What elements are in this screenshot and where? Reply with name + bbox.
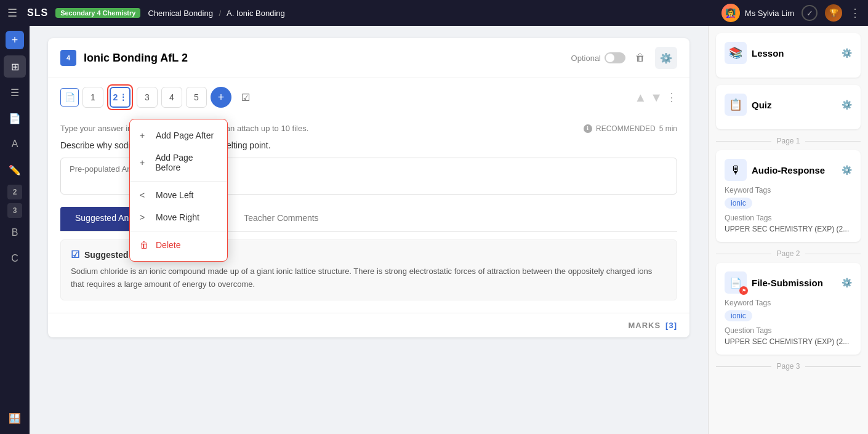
ctx-divider-2 — [130, 231, 227, 231]
optional-label: Optional — [571, 54, 601, 63]
suggested-check-icon: ☑ — [71, 249, 79, 260]
ctx-move-left-label: Move Left — [156, 190, 193, 200]
tab-add-page-button[interactable]: + — [211, 87, 231, 108]
sidebar-item-window[interactable]: 🪟 — [4, 407, 26, 429]
question-tags-label-1: Question Tags — [725, 214, 852, 222]
sidebar-item-page[interactable]: 📄 — [4, 107, 26, 129]
page3-label: Page 3 — [776, 362, 800, 371]
page2-label: Page 2 — [776, 249, 800, 258]
audio-response-title: Audio-Response — [752, 165, 837, 175]
main-content: 4 Ionic Bonding AfL 2 Optional 🗑 ⚙️ 📄 1 … — [30, 26, 708, 434]
page1-label: Page 1 — [776, 137, 800, 145]
sidebar-item-c[interactable]: C — [4, 247, 26, 270]
ctx-delete-label: Delete — [156, 240, 180, 250]
lesson-settings-icon[interactable]: ⚙️ — [842, 48, 852, 58]
ctx-move-right-label: Move Right — [156, 212, 199, 222]
sidebar-item-num2[interactable]: 2 — [7, 185, 22, 199]
right-sidebar: 📚 Lesson ⚙️ 📋 Quiz ⚙️ Page 1 🎙 Audio-Res… — [708, 26, 868, 434]
question-settings-button[interactable]: ⚙️ — [655, 47, 677, 69]
sidebar-item-num3[interactable]: 3 — [7, 203, 22, 218]
question-page-badge: 4 — [60, 50, 76, 66]
keyword-tags-label-2: Keyword Tags — [725, 299, 852, 307]
tab-page-5[interactable]: 5 — [186, 87, 207, 108]
achievement-badge: 🏆 — [825, 4, 842, 22]
breadcrumb: Chemical Bonding / A. Ionic Bonding — [148, 9, 284, 18]
time-value: 5 min — [659, 124, 677, 133]
quiz-card: 📋 Quiz ⚙️ — [716, 85, 861, 129]
top-nav: ☰ SLS Secondary 4 Chemistry Chemical Bon… — [0, 0, 868, 26]
left-sidebar: + ⊞ ☰ 📄 A ✏️ 2 3 B C 🪟 — [0, 26, 30, 434]
audio-response-card: 🎙 Audio-Response ⚙️ Keyword Tags ionic Q… — [716, 150, 861, 242]
card-more-icon[interactable]: ⋮ — [666, 90, 677, 104]
tab-doc-icon[interactable]: 📄 — [60, 88, 79, 106]
quiz-icon: 📋 — [725, 94, 747, 116]
tab-check-icon[interactable]: ☑ — [235, 87, 256, 108]
marks-label: MARKS — [628, 321, 661, 330]
optional-toggle-row: Optional — [571, 52, 625, 63]
page-tabs-row: 📄 1 2 ⋮ + Add Page After + Add Pa — [48, 78, 689, 116]
lesson-title: Lesson — [752, 48, 837, 58]
add-page-before-icon: + — [140, 158, 149, 167]
app-logo: SLS — [27, 7, 48, 18]
keyword-tag-1: ionic — [725, 198, 752, 209]
keyword-tags-label-1: Keyword Tags — [725, 186, 852, 195]
add-button[interactable]: + — [6, 31, 24, 49]
tab-page-3[interactable]: 3 — [137, 87, 158, 108]
move-left-icon: < — [140, 190, 150, 200]
ctx-add-page-after-label: Add Page After — [156, 131, 214, 140]
tab-page-2[interactable]: 2 ⋮ — [110, 87, 131, 108]
sidebar-item-bold[interactable]: B — [4, 222, 26, 244]
expand-down-icon[interactable]: ▼ — [650, 90, 662, 105]
page1-divider: Page 1 — [716, 137, 861, 145]
lesson-icon: 📚 — [725, 42, 747, 64]
page3-divider: Page 3 — [716, 362, 861, 371]
keyword-tag-2: ionic — [725, 310, 752, 321]
ctx-delete-icon: 🗑 — [140, 240, 150, 250]
context-menu: + Add Page After + Add Page Before < Mov… — [129, 119, 228, 262]
question-card: 4 Ionic Bonding AfL 2 Optional 🗑 ⚙️ 📄 1 … — [48, 38, 689, 337]
tab-page-4[interactable]: 4 — [161, 87, 182, 108]
tab-page-1[interactable]: 1 — [82, 87, 103, 108]
marks-value: [3] — [665, 321, 677, 330]
tab-page-2-wrapper: 2 ⋮ + Add Page After + Add Page Before — [107, 84, 133, 110]
question-tag-val-2: UPPER SEC CHEMISTRY (EXP) (2... — [725, 337, 852, 346]
ctx-add-page-after[interactable]: + Add Page After — [130, 124, 227, 147]
audio-response-settings-icon[interactable]: ⚙️ — [842, 165, 852, 175]
file-submission-icon: 📄 ⚑ — [725, 271, 747, 294]
rec-dot-icon: ℹ — [584, 124, 592, 133]
file-submission-card: 📄 ⚑ File-Submission ⚙️ Keyword Tags ioni… — [716, 263, 861, 355]
more-options-icon[interactable]: ⋮ — [850, 6, 861, 20]
question-tags-label-2: Question Tags — [725, 326, 852, 335]
user-info: 👩‍🏫 Ms Sylvia Lim — [721, 4, 794, 22]
ctx-add-page-before-label: Add Page Before — [155, 153, 217, 172]
page2-divider: Page 2 — [716, 249, 861, 258]
lesson-card: 📚 Lesson ⚙️ — [716, 33, 861, 78]
question-title: Ionic Bonding AfL 2 — [84, 52, 564, 65]
move-right-icon: > — [140, 212, 150, 222]
sidebar-item-list[interactable]: ☰ — [4, 81, 26, 103]
ctx-divider-1 — [130, 181, 227, 182]
hamburger-icon[interactable]: ☰ — [7, 6, 17, 20]
sidebar-item-text[interactable]: A — [4, 133, 26, 155]
file-submission-settings-icon[interactable]: ⚙️ — [842, 278, 852, 287]
ctx-add-page-before[interactable]: + Add Page Before — [130, 147, 227, 179]
marks-row: MARKS [3] — [48, 313, 689, 337]
audio-response-icon: 🎙 — [725, 159, 747, 181]
ctx-move-right[interactable]: > Move Right — [130, 206, 227, 228]
ctx-delete[interactable]: 🗑 Delete — [130, 234, 227, 256]
sidebar-item-grid[interactable]: ⊞ — [4, 55, 26, 78]
user-name: Ms Sylvia Lim — [745, 9, 794, 18]
optional-toggle[interactable] — [605, 52, 625, 63]
tab-teacher-comments[interactable]: Teacher Comments — [229, 207, 333, 231]
quiz-settings-icon[interactable]: ⚙️ — [842, 100, 852, 110]
delete-question-button[interactable]: 🗑 — [633, 50, 648, 66]
ctx-move-left[interactable]: < Move Left — [130, 184, 227, 206]
add-page-after-icon: + — [140, 131, 150, 140]
file-submission-title: File-Submission — [752, 278, 837, 288]
sidebar-item-edit[interactable]: ✏️ — [4, 159, 26, 181]
question-tag-val-1: UPPER SEC CHEMISTRY (EXP) (2... — [725, 225, 852, 233]
quiz-title: Quiz — [752, 100, 837, 110]
file-sub-badge: ⚑ — [739, 286, 748, 295]
collapse-up-icon[interactable]: ▲ — [634, 90, 646, 105]
check-icon[interactable]: ✓ — [802, 5, 818, 21]
